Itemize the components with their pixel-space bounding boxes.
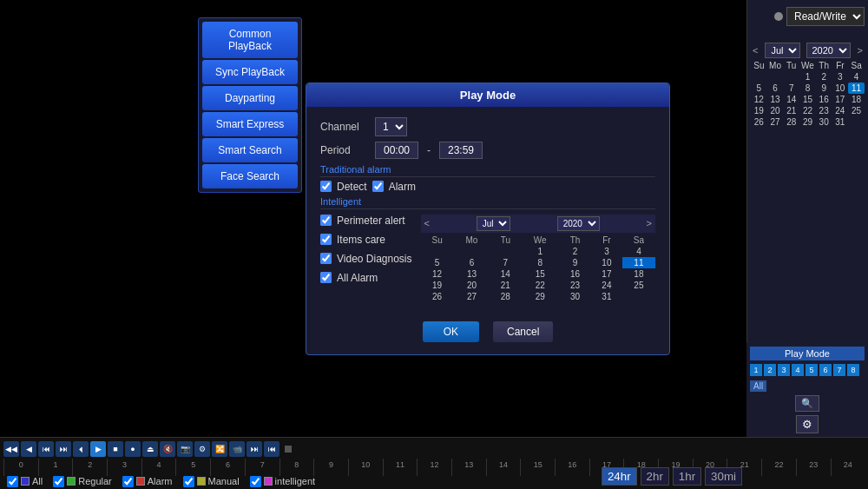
- control-btn-fast-fwd[interactable]: ⏭: [56, 441, 71, 457]
- mini-calendar-day[interactable]: 30: [559, 291, 591, 302]
- mini-calendar-day[interactable]: 8: [521, 257, 559, 268]
- items-care-checkbox[interactable]: [320, 234, 332, 245]
- dialog-mini-calendar: < Jul 2020 > SuMoTuWeThFrSa 123456789101…: [421, 215, 655, 302]
- all-alarm-label: All Alarm: [337, 272, 378, 284]
- control-btn-prev-frame[interactable]: ◀: [21, 441, 36, 457]
- period-end-input[interactable]: [439, 142, 483, 159]
- mini-calendar-day[interactable]: 25: [622, 280, 655, 291]
- ok-button[interactable]: OK: [423, 321, 479, 342]
- legend-label-manual: Manual: [208, 476, 240, 486]
- mini-calendar-day[interactable]: 14: [490, 268, 521, 280]
- mini-calendar-day[interactable]: 31: [591, 291, 622, 302]
- mini-calendar-day[interactable]: 26: [421, 291, 454, 302]
- control-btn-skip-back[interactable]: ◀◀: [3, 441, 19, 457]
- nav-btn-smart-search[interactable]: Smart Search: [202, 138, 298, 162]
- mini-calendar-day[interactable]: 16: [559, 268, 591, 280]
- legend-item-regular: Regular: [53, 476, 112, 487]
- time-option-24hr[interactable]: 24hr: [602, 467, 637, 486]
- mini-calendar-day[interactable]: 28: [490, 291, 521, 302]
- time-options: 24hr2hr1hr30mi: [602, 467, 742, 486]
- perimeter-checkbox[interactable]: [320, 215, 332, 226]
- legend-color-all: [21, 477, 30, 486]
- mini-calendar-day[interactable]: 15: [521, 268, 559, 280]
- legend-checkbox-manual[interactable]: [183, 476, 194, 487]
- control-btn-mute[interactable]: 🔇: [160, 441, 175, 457]
- intelligent-checkboxes: Perimeter alert Items care Video Diagnos…: [320, 215, 412, 302]
- channel-row: Channel 1: [320, 117, 655, 136]
- dialog-body: Channel 1 Period - Traditional alarm Det…: [306, 107, 669, 313]
- mini-cal-prev[interactable]: <: [424, 218, 430, 228]
- legend-checkbox-intelligent[interactable]: [250, 476, 261, 487]
- mini-calendar-day[interactable]: 27: [454, 291, 490, 302]
- detect-checkbox[interactable]: [320, 181, 332, 192]
- legend-checkbox-regular[interactable]: [53, 476, 64, 487]
- mini-calendar-day[interactable]: 9: [559, 257, 591, 268]
- video-diagnosis-label: Video Diagnosis: [337, 253, 412, 265]
- intelligent-label: Intelligent: [320, 196, 655, 209]
- mini-calendar-day[interactable]: 5: [421, 257, 454, 268]
- control-btn-record[interactable]: ●: [125, 441, 141, 457]
- control-btn-stop[interactable]: ■: [108, 441, 123, 457]
- nav-btn-common-playback[interactable]: Common PlayBack: [202, 22, 298, 58]
- period-start-input[interactable]: [375, 142, 418, 159]
- control-btn-config[interactable]: ⚙: [194, 441, 210, 457]
- mini-calendar-day[interactable]: 2: [559, 246, 591, 257]
- period-row: Period -: [320, 142, 655, 159]
- channel-select[interactable]: 1: [375, 117, 407, 136]
- ruler-mark: 22: [761, 459, 796, 476]
- mini-calendar-day[interactable]: 23: [559, 280, 591, 291]
- control-btn-next-fast[interactable]: ⏭: [247, 441, 262, 457]
- items-care-label: Items care: [337, 234, 385, 246]
- control-btn-fast-rev[interactable]: ⏮: [38, 441, 54, 457]
- mini-calendar-day: [454, 246, 490, 257]
- time-option-1hr[interactable]: 1hr: [673, 467, 701, 486]
- mini-calendar-day[interactable]: 18: [622, 268, 655, 280]
- video-diagnosis-checkbox[interactable]: [320, 253, 332, 264]
- mini-calendar-day[interactable]: 21: [490, 280, 521, 291]
- mini-calendar-day[interactable]: 3: [591, 246, 622, 257]
- perimeter-label: Perimeter alert: [337, 215, 405, 227]
- mini-calendar-day[interactable]: 20: [454, 280, 490, 291]
- all-alarm-checkbox[interactable]: [320, 272, 332, 283]
- mini-calendar-day[interactable]: 19: [421, 280, 454, 291]
- mini-cal-year[interactable]: 2020: [557, 216, 600, 231]
- alarm-checkbox[interactable]: [372, 181, 384, 192]
- control-btn-random[interactable]: 🔀: [212, 441, 227, 457]
- mini-calendar-day[interactable]: 17: [591, 268, 622, 280]
- mini-calendar-day[interactable]: 4: [622, 246, 655, 257]
- intelligent-row: Perimeter alert Items care Video Diagnos…: [320, 215, 655, 302]
- control-btn-last[interactable]: ⏮: [264, 441, 279, 457]
- control-btn-eject[interactable]: ⏏: [142, 441, 158, 457]
- mini-calendar-day[interactable]: 11: [622, 257, 655, 268]
- control-btn-play[interactable]: ▶: [90, 441, 106, 457]
- dialog-footer: OK Cancel: [306, 313, 669, 354]
- mini-calendar-day[interactable]: 7: [490, 257, 521, 268]
- legend-checkbox-alarm[interactable]: [122, 476, 134, 487]
- mini-calendar-day[interactable]: 29: [521, 291, 559, 302]
- mini-cal-month[interactable]: Jul: [477, 216, 510, 231]
- control-btn-snapshot[interactable]: 📷: [177, 441, 193, 457]
- legend-checkbox-all[interactable]: [7, 476, 18, 487]
- nav-btn-face-search[interactable]: Face Search: [202, 164, 298, 188]
- legend-color-alarm: [136, 477, 145, 486]
- nav-btn-dayparting[interactable]: Dayparting: [202, 86, 298, 110]
- ruler-mark: 23: [796, 459, 831, 476]
- channel-label: Channel: [320, 121, 368, 133]
- mini-calendar-day[interactable]: 13: [454, 268, 490, 280]
- mini-calendar-day[interactable]: 24: [591, 280, 622, 291]
- mini-calendar-day: [421, 246, 454, 257]
- mini-calendar-day[interactable]: 6: [454, 257, 490, 268]
- mini-calendar-day[interactable]: 12: [421, 268, 454, 280]
- cancel-button[interactable]: Cancel: [493, 321, 553, 342]
- time-option-2hr[interactable]: 2hr: [641, 467, 669, 486]
- nav-btn-sync-playback[interactable]: Sync PlayBack: [202, 60, 298, 84]
- nav-btn-smart-express[interactable]: Smart Express: [202, 112, 298, 136]
- control-btn-rev-play[interactable]: ⏴: [73, 441, 89, 457]
- time-option-30mi[interactable]: 30mi: [705, 467, 742, 486]
- mini-calendar-day[interactable]: 22: [521, 280, 559, 291]
- control-btn-video[interactable]: 📹: [229, 441, 245, 457]
- legend-item-all: All: [7, 476, 43, 487]
- mini-calendar-day[interactable]: 1: [521, 246, 559, 257]
- mini-cal-next[interactable]: >: [647, 218, 652, 228]
- mini-calendar-day[interactable]: 10: [591, 257, 622, 268]
